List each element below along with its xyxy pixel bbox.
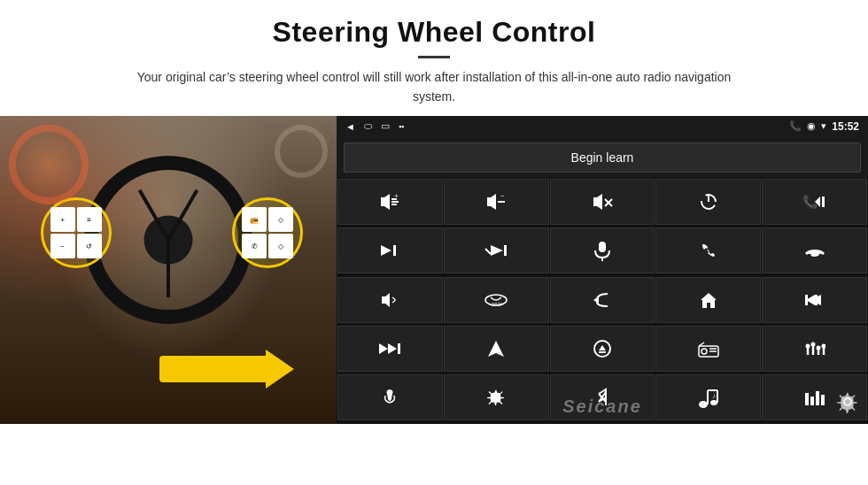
svg-point-48 <box>805 343 810 348</box>
location-status-icon: ◉ <box>807 120 816 132</box>
svg-marker-8 <box>593 194 602 210</box>
eq-settings-button[interactable] <box>762 326 867 372</box>
svg-rect-38 <box>599 351 606 353</box>
svg-marker-23 <box>382 293 390 307</box>
svg-marker-32 <box>379 343 388 354</box>
left-button-highlight: + ≡ − ↺ <box>41 197 112 268</box>
call-button[interactable] <box>655 227 761 273</box>
svg-marker-33 <box>388 343 397 354</box>
speaker-button[interactable] <box>337 277 443 323</box>
svg-point-40 <box>701 349 707 354</box>
svg-rect-61 <box>810 396 814 405</box>
battery-icon: ▪▪ <box>399 122 404 131</box>
status-bar: ◄ ⬭ ▭ ▪▪ 📞 ◉ ▾ 15:52 <box>337 116 868 137</box>
svg-point-55 <box>710 400 717 405</box>
svg-rect-60 <box>805 393 809 405</box>
recents-nav-icon[interactable]: ▭ <box>381 120 390 132</box>
microphone-button[interactable] <box>550 227 655 273</box>
mute-button[interactable] <box>550 179 655 225</box>
status-bar-right: 📞 ◉ ▾ 15:52 <box>789 120 859 133</box>
header-section: Steering Wheel Control Your original car… <box>0 0 868 116</box>
360-view-button[interactable]: 360° <box>444 277 549 323</box>
settings-round-button[interactable] <box>444 374 549 420</box>
vol-down-button[interactable]: − <box>444 179 549 225</box>
sw-spoke-top <box>167 240 170 297</box>
svg-marker-35 <box>488 341 504 357</box>
svg-marker-19 <box>491 245 503 256</box>
clock-display: 15:52 <box>832 120 859 133</box>
android-unit: ◄ ⬭ ▭ ▪▪ 📞 ◉ ▾ 15:52 Begin learn <box>337 116 868 424</box>
svg-text:360°: 360° <box>492 302 503 307</box>
svg-rect-62 <box>816 391 819 405</box>
svg-rect-16 <box>393 245 396 256</box>
title-divider <box>418 56 450 58</box>
icon-grid: + − 📞 <box>337 178 868 424</box>
music-button[interactable]: ♪ <box>655 374 761 420</box>
svg-marker-0 <box>381 194 390 210</box>
vol-up-button[interactable]: + <box>337 179 443 225</box>
gear-settings-icon[interactable] <box>836 390 859 419</box>
voice-button[interactable] <box>337 374 443 420</box>
car-photo: + ≡ − ↺ 📻 ◇ ✆ ◇ <box>0 116 337 424</box>
bluetooth-button[interactable] <box>550 374 655 420</box>
svg-rect-63 <box>821 395 825 405</box>
prev-prev-button[interactable] <box>762 277 867 323</box>
pause-next-button[interactable] <box>444 227 549 273</box>
fast-fwd-button[interactable] <box>337 326 443 372</box>
svg-line-18 <box>485 249 491 254</box>
radio-button[interactable] <box>655 326 761 372</box>
navigate-button[interactable] <box>444 326 549 372</box>
svg-rect-20 <box>504 245 507 256</box>
steering-wheel-container: + ≡ − ↺ 📻 ◇ ✆ ◇ <box>0 116 337 424</box>
home-nav-icon[interactable]: ⬭ <box>364 120 372 132</box>
begin-learn-row: Begin learn <box>337 137 868 178</box>
back-nav-icon[interactable]: ◄ <box>345 121 355 132</box>
svg-text:+: + <box>394 192 399 200</box>
page-title: Steering Wheel Control <box>53 16 815 49</box>
speedometer-right <box>275 125 328 178</box>
wifi-status-icon: ▾ <box>821 120 826 132</box>
svg-rect-21 <box>599 242 606 252</box>
svg-rect-30 <box>815 295 818 305</box>
subtitle: Your original car’s steering wheel contr… <box>124 67 744 107</box>
speedometer-left <box>9 125 89 204</box>
svg-marker-5 <box>487 194 496 210</box>
power-button[interactable] <box>655 179 761 225</box>
home-button[interactable] <box>655 277 761 323</box>
svg-point-50 <box>816 345 820 350</box>
content-row: + ≡ − ↺ 📻 ◇ ✆ ◇ <box>0 116 868 485</box>
svg-marker-27 <box>701 293 717 308</box>
yellow-arrow <box>159 350 294 389</box>
svg-text:−: − <box>500 192 505 200</box>
phone-prev-button[interactable]: 📞 <box>762 179 867 225</box>
svg-rect-34 <box>398 343 400 354</box>
page-container: Steering Wheel Control Your original car… <box>0 0 868 485</box>
svg-point-51 <box>821 343 825 348</box>
next-track-button[interactable] <box>337 227 443 273</box>
phone-status-icon: 📞 <box>789 120 802 132</box>
svg-point-49 <box>810 342 815 346</box>
begin-learn-button[interactable]: Begin learn <box>344 142 861 173</box>
android-wrapper: ◄ ⬭ ▭ ▪▪ 📞 ◉ ▾ 15:52 Begin learn <box>337 116 868 424</box>
svg-point-54 <box>699 401 708 408</box>
svg-marker-37 <box>599 345 606 350</box>
status-bar-left: ◄ ⬭ ▭ ▪▪ <box>345 120 404 132</box>
back-button[interactable] <box>550 277 655 323</box>
svg-text:♪: ♪ <box>712 392 716 400</box>
right-button-highlight: 📻 ◇ ✆ ◇ <box>232 197 303 268</box>
svg-marker-17 <box>381 245 391 256</box>
svg-marker-26 <box>593 296 599 304</box>
hang-up-button[interactable] <box>762 227 867 273</box>
eject-button[interactable] <box>550 326 655 372</box>
svg-rect-15 <box>822 196 825 207</box>
